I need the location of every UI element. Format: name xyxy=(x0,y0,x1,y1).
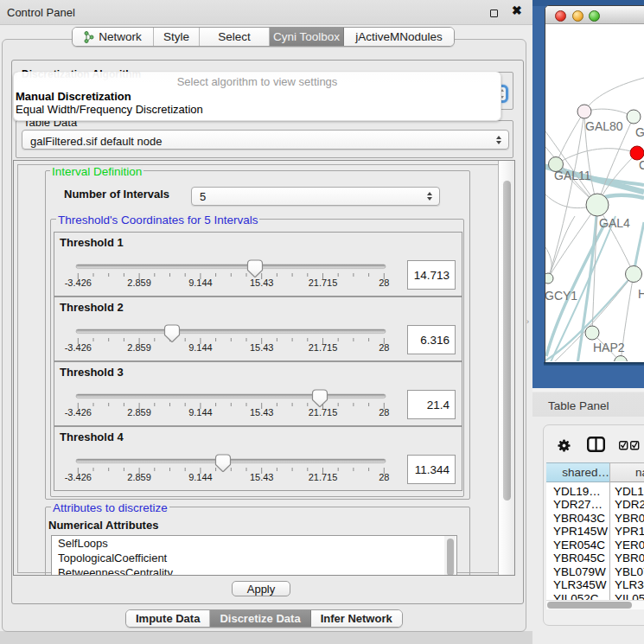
svg-text:2.859: 2.859 xyxy=(127,342,151,353)
svg-text:15.43: 15.43 xyxy=(250,277,274,288)
svg-text:28: 28 xyxy=(379,342,389,353)
svg-text:28: 28 xyxy=(379,472,389,482)
svg-text:21.715: 21.715 xyxy=(309,342,338,353)
svg-text:15.43: 15.43 xyxy=(250,407,274,418)
svg-text:GA: GA xyxy=(635,125,644,139)
svg-text:-3.426: -3.426 xyxy=(65,407,92,418)
svg-text:9.144: 9.144 xyxy=(188,407,213,418)
svg-text:H: H xyxy=(638,287,644,301)
svg-text:HAP2: HAP2 xyxy=(593,341,625,354)
svg-text:GAL4: GAL4 xyxy=(599,216,630,230)
svg-text:15.43: 15.43 xyxy=(250,472,274,482)
svg-text:GAL11: GAL11 xyxy=(554,169,591,182)
svg-text:C: C xyxy=(639,158,644,172)
svg-text:9.144: 9.144 xyxy=(188,342,213,353)
svg-text:21.715: 21.715 xyxy=(309,277,338,288)
svg-text:9.144: 9.144 xyxy=(188,472,213,482)
svg-text:28: 28 xyxy=(379,277,389,288)
svg-text:-3.426: -3.426 xyxy=(65,277,92,288)
svg-text:21.715: 21.715 xyxy=(309,407,338,418)
svg-text:28: 28 xyxy=(379,407,389,418)
svg-text:15.43: 15.43 xyxy=(250,342,274,353)
svg-text:2.859: 2.859 xyxy=(127,277,151,288)
svg-text:-3.426: -3.426 xyxy=(65,342,92,353)
svg-text:GCY1: GCY1 xyxy=(545,289,577,303)
svg-text:2.859: 2.859 xyxy=(127,472,151,482)
svg-text:21.715: 21.715 xyxy=(309,472,338,482)
svg-text:GAL80: GAL80 xyxy=(585,119,623,133)
svg-text:2.859: 2.859 xyxy=(127,407,151,418)
svg-text:-3.426: -3.426 xyxy=(65,472,92,482)
svg-text:9.144: 9.144 xyxy=(188,277,213,288)
